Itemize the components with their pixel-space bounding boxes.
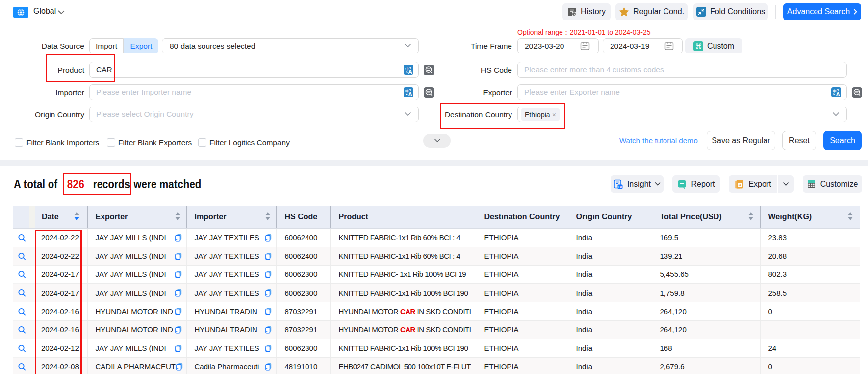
- svg-text:BI: BI: [618, 185, 622, 188]
- svg-text:A: A: [408, 69, 412, 75]
- svg-text:⌘: ⌘: [695, 42, 702, 50]
- svg-text:A: A: [408, 91, 412, 97]
- svg-text:A: A: [836, 91, 840, 97]
